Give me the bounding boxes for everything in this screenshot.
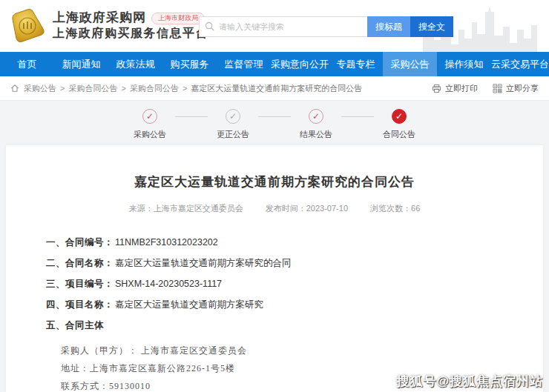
step-result-announcement[interactable]: ✓ 结果公告 — [294, 109, 338, 140]
field-label: 四、项目名称： — [46, 299, 114, 310]
step-check-icon: ✓ — [142, 109, 157, 124]
address-line: 地址：上海市嘉定区嘉新公路226-1号5楼 — [61, 364, 543, 373]
site-subtitle: 上海政府购买服务信息平台 — [53, 26, 208, 41]
search-icon — [205, 21, 214, 31]
breadcrumb-separator: > — [60, 84, 65, 93]
site-logo-icon — [10, 7, 46, 43]
step-label: 更正公告 — [217, 129, 249, 140]
purchaser-line: 采购人（甲方）： 上海市嘉定区交通委员会 — [61, 346, 543, 355]
printer-icon — [432, 84, 441, 93]
nav-item-home[interactable]: 首页 — [0, 52, 54, 76]
step-connector — [341, 116, 374, 117]
step-connector — [258, 116, 291, 117]
search-fulltext-button[interactable]: 搜全文 — [410, 16, 453, 37]
project-name-row: 四、项目名称：嘉定区大运量轨道交通前期方案研究 — [46, 300, 543, 310]
nav-item-special-columns[interactable]: 专题专栏 — [329, 52, 383, 76]
print-button[interactable]: 立即打印 — [432, 83, 478, 94]
step-label: 合同公告 — [383, 129, 415, 140]
nav-item-intention-disclosure[interactable]: 采购意向公开 — [271, 52, 329, 76]
search-title-button[interactable]: 搜标题 — [367, 16, 410, 37]
project-number-row: 三、项目编号：SHXM-14-20230523-1117 — [46, 279, 543, 289]
search-bar: 搜标题 搜全文 — [199, 16, 453, 37]
nav-item-supervision[interactable]: 监督管理 — [217, 52, 271, 76]
article-source: 来源：上海市嘉定区交通委员会 — [129, 203, 243, 214]
step-check-icon: ✓ — [226, 109, 240, 124]
nav-item-cloud-trading[interactable]: 云采交易平台 — [491, 52, 549, 76]
share-label: 立即分享 — [506, 83, 539, 94]
field-value: 11NMB2F310312023202 — [115, 237, 218, 248]
field-label: 一、合同编号： — [46, 237, 114, 248]
field-value: 嘉定区大运量轨道交通前期方案研究 — [115, 299, 263, 310]
field-label: 五、合同主体 — [46, 320, 104, 330]
field-value: SHXM-14-20230523-1117 — [115, 279, 222, 289]
step-label: 采购公告 — [134, 129, 166, 140]
print-label: 立即打印 — [445, 83, 478, 94]
site-title: 上海政府采购网 — [53, 10, 146, 24]
article-view-count: 浏览次数：66 — [370, 203, 420, 214]
step-procurement-announcement[interactable]: ✓ 采购公告 — [128, 109, 172, 140]
breadcrumb-separator: > — [121, 84, 125, 93]
step-correction-announcement[interactable]: ✓ 更正公告 — [211, 109, 255, 140]
step-label: 结果公告 — [300, 129, 332, 140]
page-actions: 立即打印 立即分享 — [432, 83, 539, 94]
field-value: 嘉定区大运量轨道交通前期方案研究的合同 — [115, 258, 292, 268]
sohu-watermark: 搜狐号@搜狐焦点宿州站 — [396, 373, 543, 390]
contract-parties-heading: 五、合同主体 — [46, 321, 543, 330]
nav-item-announcements[interactable]: 采购公告 — [383, 52, 437, 76]
field-label: 二、合同名称： — [46, 258, 114, 268]
breadcrumb-separator: > — [183, 84, 187, 93]
nav-item-instructions[interactable]: 操作须知 — [437, 52, 491, 76]
site-header: 上海政府采购网上海市财政局 上海政府购买服务信息平台 搜标题 搜全文 — [0, 0, 549, 52]
nav-item-purchase-service[interactable]: 购买服务 — [162, 52, 217, 76]
site-brand[interactable]: 上海政府采购网上海市财政局 上海政府购买服务信息平台 — [10, 7, 208, 43]
breadcrumb-item[interactable]: 采购合同公告 — [130, 83, 179, 94]
step-contract-announcement[interactable]: ✓ 合同公告 — [377, 109, 421, 140]
article-meta: 来源：上海市嘉定区交通委员会 发布时间：2023-07-10 浏览次数：66 — [6, 203, 543, 214]
breadcrumb-item[interactable]: 采购公告 — [24, 83, 56, 94]
article-card: 嘉定区大运量轨道交通前期方案研究的合同公告 来源：上海市嘉定区交通委员会 发布时… — [6, 145, 543, 392]
field-label: 三、项目编号： — [46, 279, 114, 289]
page: 上海政府采购网上海市财政局 上海政府购买服务信息平台 搜标题 搜全文 首页 新闻… — [0, 0, 549, 392]
qr-code-icon — [493, 84, 502, 93]
article-body: 一、合同编号：11NMB2F310312023202 二、合同名称：嘉定区大运量… — [46, 238, 543, 330]
breadcrumb-current: 嘉定区大运量轨道交通前期方案研究的合同公告 — [191, 83, 362, 94]
step-check-icon: ✓ — [392, 109, 407, 124]
contract-number-row: 一、合同编号：11NMB2F310312023202 — [46, 238, 543, 248]
share-button[interactable]: 立即分享 — [493, 83, 539, 94]
contract-name-row: 二、合同名称：嘉定区大运量轨道交通前期方案研究的合同 — [46, 259, 543, 268]
step-connector — [175, 116, 208, 117]
breadcrumb-bar: 采购公告 > 采购合同公告 > 采购合同公告 > 嘉定区大运量轨道交通前期方案研… — [0, 76, 549, 101]
article-title: 嘉定区大运量轨道交通前期方案研究的合同公告 — [6, 173, 543, 190]
step-check-icon: ✓ — [309, 109, 323, 124]
nav-item-policy[interactable]: 政策法规 — [108, 52, 162, 76]
authority-badge: 上海市财政局 — [151, 13, 205, 24]
main-nav: 首页 新闻通知 政策法规 购买服务 监督管理 采购意向公开 专题专栏 采购公告 … — [0, 52, 549, 76]
breadcrumb-item[interactable]: 采购合同公告 — [68, 83, 117, 94]
article-publish-date: 发布时间：2023-07-10 — [266, 203, 348, 214]
search-input[interactable] — [199, 16, 367, 37]
home-icon[interactable] — [10, 84, 19, 93]
site-titles: 上海政府采购网上海市财政局 上海政府购买服务信息平台 — [53, 10, 208, 40]
nav-item-news[interactable]: 新闻通知 — [54, 52, 108, 76]
